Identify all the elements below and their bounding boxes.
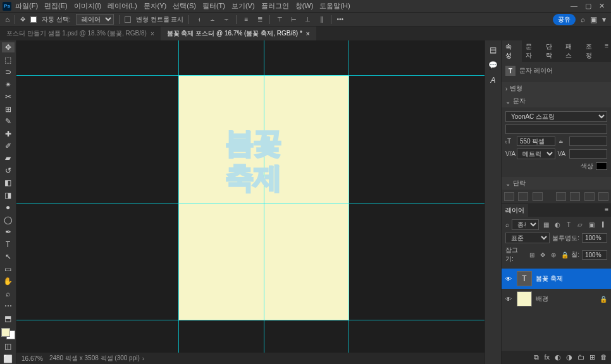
- adjustment-icon[interactable]: ◑: [566, 353, 572, 361]
- lock-position-icon[interactable]: ✥: [538, 251, 546, 258]
- align-center-button[interactable]: [518, 192, 528, 201]
- search-icon[interactable]: ⌕: [505, 221, 509, 228]
- history-tool[interactable]: ↺: [2, 166, 15, 176]
- section-paragraph[interactable]: ⌄ 단락: [502, 177, 611, 190]
- align-right-icon[interactable]: ⫟: [222, 16, 231, 23]
- menu-edit[interactable]: 편집(E): [44, 1, 68, 11]
- color-swatch[interactable]: [1, 328, 15, 339]
- guide[interactable]: [264, 40, 264, 364]
- stamp-tool[interactable]: ▰: [2, 153, 15, 163]
- frame-tool[interactable]: ⊞: [2, 104, 15, 114]
- visibility-icon[interactable]: 👁: [505, 296, 513, 303]
- close-icon[interactable]: ×: [151, 30, 154, 37]
- kerning-input[interactable]: [569, 149, 608, 159]
- filter-pixel-icon[interactable]: ▦: [541, 221, 550, 229]
- justify-right-button[interactable]: [584, 192, 595, 201]
- blur-tool[interactable]: ●: [2, 202, 15, 212]
- autoselect-dropdown[interactable]: 레이어: [76, 14, 114, 25]
- menu-select[interactable]: 선택(S): [173, 1, 196, 11]
- section-character[interactable]: ⌄ 문자: [502, 95, 611, 107]
- share-button[interactable]: 공유: [553, 14, 576, 25]
- layer-row[interactable]: 👁 배경 🔒: [502, 289, 611, 309]
- delete-icon[interactable]: 🗑: [600, 353, 607, 361]
- lock-all-icon[interactable]: 🔒: [560, 251, 569, 258]
- lock-pixels-icon[interactable]: ⊞: [528, 251, 536, 258]
- lock-artboard-icon[interactable]: ⊕: [550, 251, 558, 258]
- align-mid-icon[interactable]: ⊢: [289, 16, 298, 23]
- align-v-icon[interactable]: ‖: [317, 16, 326, 23]
- zoom-tool[interactable]: ⌕: [2, 288, 15, 298]
- search-icon[interactable]: ⌕: [581, 15, 585, 24]
- wand-tool[interactable]: ✴: [2, 79, 15, 89]
- align-top-icon[interactable]: ⊤: [275, 16, 284, 23]
- edit-toolbar[interactable]: ⬒: [2, 313, 15, 323]
- marquee-tool[interactable]: ⬚: [2, 54, 15, 64]
- guide[interactable]: [178, 40, 179, 364]
- lasso-tool[interactable]: ⊃: [2, 67, 15, 77]
- filter-kind-select[interactable]: 종류: [512, 219, 539, 230]
- screenmode-tool[interactable]: ⬜: [2, 354, 15, 364]
- layer-name[interactable]: 봄꽃 축제: [536, 274, 563, 283]
- panel-menu-icon[interactable]: ≡: [602, 204, 611, 217]
- heal-tool[interactable]: ✚: [2, 128, 15, 138]
- window-maximize[interactable]: ▢: [585, 2, 591, 10]
- menu-plugin[interactable]: 플러그인: [261, 1, 289, 11]
- more-tool[interactable]: ⋯: [2, 301, 15, 311]
- text-color-swatch[interactable]: [596, 162, 607, 170]
- guide[interactable]: [349, 40, 349, 364]
- guide[interactable]: [16, 203, 484, 204]
- pen-tool[interactable]: ✒: [2, 227, 15, 237]
- path-tool[interactable]: ↖: [2, 252, 15, 262]
- distribute2-icon[interactable]: ≣: [256, 16, 264, 23]
- zoom-level[interactable]: 16.67%: [22, 355, 43, 362]
- libraries-icon[interactable]: ▤: [487, 44, 500, 56]
- blend-mode-select[interactable]: 표준: [505, 233, 550, 243]
- justify-all-button[interactable]: [598, 192, 608, 201]
- lock-icon[interactable]: 🔒: [600, 296, 607, 303]
- justify-left-button[interactable]: [556, 192, 566, 201]
- align-bot-icon[interactable]: ⊥: [303, 16, 312, 23]
- leading-input[interactable]: [569, 136, 608, 146]
- justify-center-button[interactable]: [570, 192, 580, 201]
- align-left-button[interactable]: [504, 192, 514, 201]
- mask-icon[interactable]: ◐: [555, 353, 561, 361]
- visibility-icon[interactable]: 👁: [505, 276, 513, 282]
- tracking-select[interactable]: 메트릭: [517, 149, 555, 159]
- type-tool[interactable]: T: [2, 240, 15, 250]
- fx-icon[interactable]: fx: [544, 353, 550, 361]
- brush-tool[interactable]: ✐: [2, 141, 15, 151]
- layer-row[interactable]: 👁 T 봄꽃 축제: [502, 269, 611, 289]
- align-left-icon[interactable]: ⫞: [194, 16, 203, 23]
- guide[interactable]: [16, 320, 484, 320]
- chevron-right-icon[interactable]: ›: [142, 355, 144, 362]
- home-icon[interactable]: ⌂: [5, 15, 9, 24]
- menu-type[interactable]: 문자(Y): [144, 1, 167, 11]
- tab-properties[interactable]: 속성: [502, 40, 522, 62]
- align-right-button[interactable]: [533, 192, 543, 201]
- canvas-area[interactable]: 봄꽃 축제 16.67% 2480 픽셀 x 3508 픽셀 (300 ppi)…: [16, 40, 484, 364]
- tab-document-1[interactable]: 포스터 만들기 샘플 1.psd @ 18.3% (봄꽃, RGB/8) ×: [0, 27, 161, 40]
- window-minimize[interactable]: —: [571, 2, 577, 10]
- more-icon[interactable]: •••: [336, 16, 343, 23]
- hand-tool[interactable]: ✋: [2, 276, 15, 286]
- eraser-tool[interactable]: ◧: [2, 178, 15, 188]
- tab-adjust[interactable]: 조정: [582, 40, 602, 62]
- menu-file[interactable]: 파일(F): [15, 1, 38, 11]
- menu-window[interactable]: 창(W): [295, 1, 314, 11]
- quickmask-tool[interactable]: ◫: [2, 341, 15, 351]
- autoselect-checkbox[interactable]: [30, 16, 37, 23]
- opacity-input[interactable]: [582, 233, 607, 243]
- crop-tool[interactable]: ✂: [2, 92, 15, 102]
- guide[interactable]: [16, 75, 484, 76]
- font-size-input[interactable]: [517, 136, 555, 146]
- tab-paths[interactable]: 패스: [562, 40, 582, 62]
- glyphs-icon[interactable]: A: [487, 75, 500, 86]
- foreground-color[interactable]: [1, 328, 10, 337]
- menu-layer[interactable]: 레이어(L): [108, 1, 137, 11]
- move-tool[interactable]: ✥: [2, 42, 15, 52]
- comments-icon[interactable]: 💬: [487, 59, 500, 71]
- fill-input[interactable]: [582, 250, 607, 260]
- filter-type-icon[interactable]: T: [564, 221, 573, 229]
- arrange-icon[interactable]: ▾: [602, 15, 606, 24]
- filter-shape-icon[interactable]: ▱: [576, 221, 584, 229]
